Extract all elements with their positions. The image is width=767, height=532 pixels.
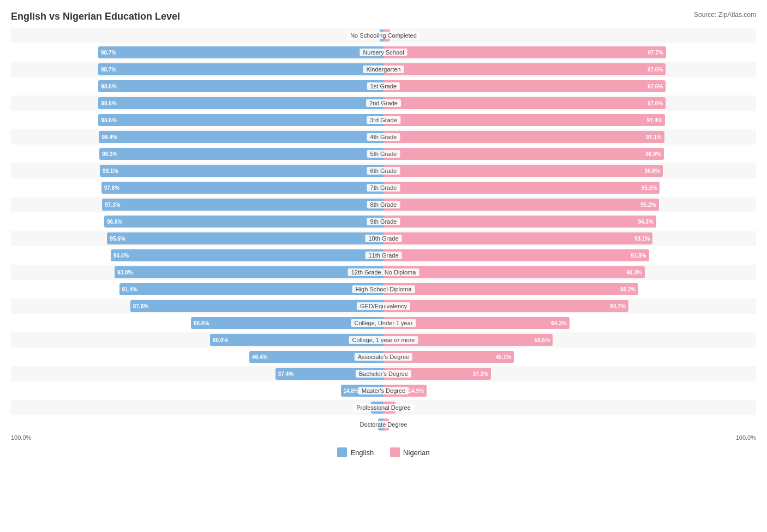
blue-bar-label: 60.0% bbox=[210, 337, 228, 343]
pink-bar: 96.9% bbox=[384, 148, 664, 160]
blue-bar-label: 97.3% bbox=[102, 202, 120, 208]
center-label: 1st Grade bbox=[367, 82, 400, 90]
chart-row: 37.4%37.2%Bachelor's Degree bbox=[11, 366, 756, 381]
blue-bar: 98.3% bbox=[99, 148, 384, 160]
pink-bar: 94.3% bbox=[384, 216, 656, 228]
chart-row: 93.0%90.3%12th Grade, No Diploma bbox=[11, 265, 756, 280]
source-text: Source: ZipAtlas.com bbox=[694, 11, 756, 19]
pink-bar-label: 97.6% bbox=[648, 83, 666, 89]
blue-bar-label: 98.6% bbox=[98, 83, 116, 89]
chart-row: 98.4%97.1%4th Grade bbox=[11, 129, 756, 145]
chart-row: 98.6%97.6%1st Grade bbox=[11, 79, 756, 94]
blue-bar-label: 98.7% bbox=[98, 50, 116, 56]
chart-row: 1.9%1.8%Doctorate Degree bbox=[11, 417, 756, 432]
legend-english-box bbox=[337, 447, 347, 457]
pink-bar: 96.6% bbox=[384, 165, 663, 177]
pink-bar: 93.1% bbox=[384, 232, 652, 244]
blue-bar-label: 98.4% bbox=[99, 134, 117, 140]
chart-row: 98.6%97.4%3rd Grade bbox=[11, 112, 756, 128]
pink-bar-label: 64.3% bbox=[551, 320, 569, 326]
pink-bar-label: 91.8% bbox=[631, 253, 649, 259]
center-label: 8th Grade bbox=[367, 201, 400, 208]
pink-bar: 88.2% bbox=[384, 283, 638, 295]
blue-bar: 95.6% bbox=[107, 232, 384, 244]
pink-bar-label: 97.4% bbox=[647, 117, 665, 123]
blue-bar-label: 46.4% bbox=[249, 354, 267, 360]
legend-nigerian-box bbox=[390, 447, 400, 457]
pink-bar: 84.7% bbox=[384, 300, 628, 312]
blue-bar-label: 93.0% bbox=[115, 270, 133, 276]
legend: English Nigerian bbox=[11, 447, 756, 457]
chart-row: 98.6%97.6%2nd Grade bbox=[11, 95, 756, 111]
blue-bar-label: 87.6% bbox=[130, 303, 148, 309]
center-label: College, 1 year or more bbox=[349, 336, 418, 344]
pink-bar: 95.5% bbox=[384, 182, 660, 194]
center-label: GED/Equivalency bbox=[357, 302, 410, 310]
legend-english-label: English bbox=[350, 449, 374, 457]
center-label: 12th Grade, No Diploma bbox=[348, 268, 420, 276]
chart-row: 98.7%97.6%Kindergarten bbox=[11, 62, 756, 77]
blue-bar: 98.6% bbox=[98, 80, 384, 92]
blue-bar: 93.0% bbox=[115, 266, 384, 278]
pink-bar-label: 14.9% bbox=[409, 388, 427, 394]
chart-row: 87.6%84.7%GED/Equivalency bbox=[11, 298, 756, 314]
chart-row: 14.8%14.9%Master's Degree bbox=[11, 383, 756, 398]
center-label: Kindergarten bbox=[363, 65, 404, 73]
blue-bar: 98.7% bbox=[98, 63, 384, 75]
axis-left: 100.0% bbox=[11, 434, 31, 441]
center-label: College, Under 1 year bbox=[351, 319, 416, 327]
chart-row: 4.4%4.2%Professional Degree bbox=[11, 400, 756, 415]
pink-bar: 97.1% bbox=[384, 131, 664, 143]
axis-right: 100.0% bbox=[736, 434, 756, 441]
chart-row: 46.4%45.1%Associate's Degree bbox=[11, 349, 756, 364]
blue-bar: 91.4% bbox=[119, 283, 384, 295]
pink-bar-label: 90.3% bbox=[626, 270, 644, 276]
blue-bar-label: 14.8% bbox=[341, 388, 359, 394]
center-label: 3rd Grade bbox=[367, 116, 400, 124]
center-label: Associate's Degree bbox=[355, 353, 412, 361]
blue-bar: 98.1% bbox=[100, 165, 384, 177]
pink-bar: 90.3% bbox=[384, 266, 645, 278]
center-label: Doctorate Degree bbox=[357, 421, 411, 428]
center-label: 6th Grade bbox=[367, 167, 400, 175]
chart-row: 60.0%58.5%College, 1 year or more bbox=[11, 332, 756, 348]
pink-bar-label: 97.1% bbox=[646, 134, 664, 140]
chart-row: 98.1%96.6%6th Grade bbox=[11, 163, 756, 178]
center-label: 2nd Grade bbox=[366, 99, 401, 107]
blue-bar-label: 95.6% bbox=[107, 236, 125, 242]
chart-row: 1.4%2.3%No Schooling Completed bbox=[11, 28, 756, 43]
chart-row: 96.6%94.3%9th Grade bbox=[11, 214, 756, 229]
blue-bar-label: 66.6% bbox=[191, 320, 209, 326]
blue-bar-label: 97.6% bbox=[101, 185, 119, 191]
pink-bar-label: 37.2% bbox=[473, 371, 491, 377]
pink-bar-label: 95.5% bbox=[642, 185, 660, 191]
pink-bar-label: 96.9% bbox=[645, 151, 663, 157]
blue-bar-label: 98.7% bbox=[98, 67, 116, 73]
blue-bar-label: 37.4% bbox=[275, 371, 293, 377]
pink-bar-label: 45.1% bbox=[496, 354, 514, 360]
blue-bar: 87.6% bbox=[130, 300, 384, 312]
chart-row: 97.6%95.5%7th Grade bbox=[11, 180, 756, 195]
chart-title: English vs Nigerian Education Level bbox=[11, 11, 756, 22]
pink-bar: 97.4% bbox=[384, 114, 665, 126]
blue-bar: 98.4% bbox=[99, 131, 384, 143]
chart-row: 97.3%95.2%8th Grade bbox=[11, 197, 756, 212]
chart-row: 91.4%88.2%High School Diploma bbox=[11, 282, 756, 297]
chart-row: 98.3%96.9%5th Grade bbox=[11, 146, 756, 162]
blue-bar: 97.6% bbox=[101, 182, 384, 194]
legend-nigerian: Nigerian bbox=[390, 447, 429, 457]
chart-area: 1.4%2.3%No Schooling Completed98.7%97.7%… bbox=[11, 28, 756, 432]
blue-bar-label: 94.4% bbox=[111, 253, 129, 259]
blue-bar-label: 91.4% bbox=[119, 286, 137, 292]
pink-bar: 97.7% bbox=[384, 46, 666, 58]
blue-bar: 97.3% bbox=[102, 199, 384, 211]
blue-bar: 98.6% bbox=[98, 114, 384, 126]
pink-bar-label: 97.7% bbox=[648, 50, 666, 56]
blue-bar-label: 98.6% bbox=[98, 117, 116, 123]
center-label: Nursery School bbox=[359, 49, 407, 56]
pink-bar-label: 93.1% bbox=[634, 236, 652, 242]
chart-row: 66.6%64.3%College, Under 1 year bbox=[11, 315, 756, 331]
chart-container: English vs Nigerian Education Level Sour… bbox=[11, 11, 756, 457]
center-label: 9th Grade bbox=[367, 218, 400, 225]
pink-bar-label: 96.6% bbox=[645, 168, 663, 174]
